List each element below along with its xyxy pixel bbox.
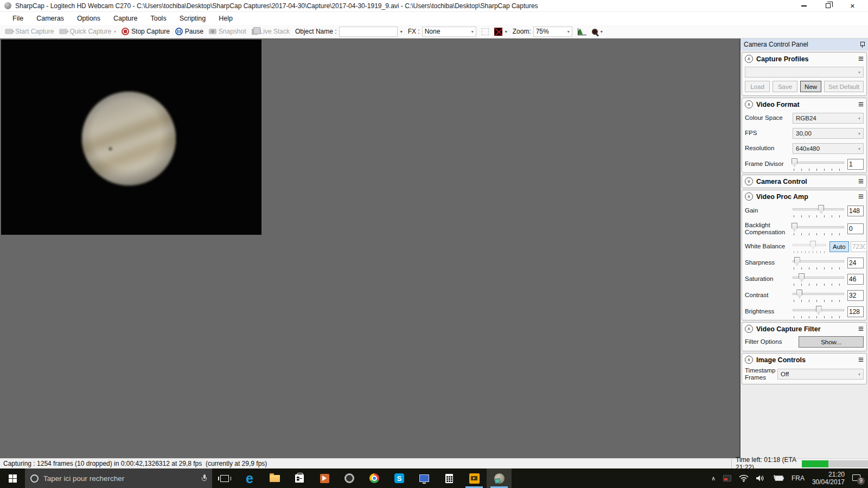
collapse-icon[interactable]: ∧ <box>745 100 753 108</box>
clock[interactable]: 21:20 30/04/2017 <box>812 471 845 486</box>
camera-control-header[interactable]: ∨ Camera Control ≡ <box>742 175 866 188</box>
slider-thumb[interactable] <box>810 241 816 249</box>
pause-button[interactable]: Pause <box>173 25 206 38</box>
histogram-button[interactable] <box>575 25 589 38</box>
slider-thumb[interactable] <box>818 205 824 214</box>
start-capture-button[interactable]: Start Capture <box>2 25 56 38</box>
microphone-icon[interactable] <box>202 474 207 483</box>
video-capture-filter-header[interactable]: ∧ Video Capture Filter ≡ <box>742 323 866 335</box>
saturation-slider[interactable] <box>793 272 844 286</box>
frame-divisor-slider[interactable] <box>793 157 844 171</box>
object-name-input[interactable] <box>339 27 398 37</box>
taskbar-video-app[interactable] <box>462 468 487 488</box>
hamburger-icon[interactable]: ≡ <box>858 101 864 108</box>
restore-button[interactable] <box>816 0 840 11</box>
load-button[interactable]: Load <box>745 81 770 92</box>
fx-combo[interactable]: None ▾ <box>422 27 476 37</box>
brightness-value[interactable] <box>847 306 864 317</box>
reticle-button[interactable]: ▾ <box>492 25 510 38</box>
saturation-value[interactable] <box>847 274 864 285</box>
taskbar-calculator[interactable] <box>437 468 462 488</box>
taskbar-store[interactable] <box>287 468 312 488</box>
white-balance-slider[interactable] <box>793 240 826 254</box>
gain-value[interactable] <box>847 206 864 216</box>
wifi-icon[interactable] <box>739 474 749 482</box>
live-stack-button[interactable]: Live Stack <box>249 25 292 38</box>
quick-capture-dropdown-icon[interactable]: ▾ <box>114 29 116 34</box>
colour-space-select[interactable]: RGB24 ▾ <box>793 113 864 124</box>
hamburger-icon[interactable]: ≡ <box>858 325 864 333</box>
task-view-button[interactable] <box>212 468 237 488</box>
taskbar-skype[interactable]: S <box>387 468 412 488</box>
timestamp-frames-select[interactable]: Off ▾ <box>777 369 864 380</box>
camera-preview[interactable] <box>1 40 261 235</box>
menu-scripting[interactable]: Scripting <box>174 13 212 24</box>
video-format-header[interactable]: ∧ Video Format ≡ <box>742 98 866 111</box>
taskbar-sharpcap[interactable] <box>487 468 512 488</box>
security-app-icon[interactable] <box>723 475 731 481</box>
slider-thumb[interactable] <box>816 306 822 314</box>
menu-file[interactable]: File <box>7 13 29 24</box>
menu-tools[interactable]: Tools <box>144 13 172 24</box>
stop-capture-button[interactable]: Stop Capture <box>119 25 173 38</box>
selection-area-button[interactable] <box>479 25 492 38</box>
taskbar-search[interactable]: Taper ici pour rechercher <box>25 468 212 488</box>
capture-profiles-header[interactable]: ∧ Capture Profiles ≡ <box>742 53 866 65</box>
fps-select[interactable]: 30,00 ▾ <box>793 128 864 139</box>
slider-thumb[interactable] <box>792 223 797 232</box>
collapse-icon[interactable]: ∧ <box>745 356 753 364</box>
video-proc-amp-header[interactable]: ∧ Video Proc Amp ≡ <box>742 190 866 203</box>
object-name-dropdown-icon[interactable]: ▾ <box>400 29 403 34</box>
hamburger-icon[interactable]: ≡ <box>858 356 864 364</box>
magnifier-button[interactable]: ▾ <box>589 25 605 38</box>
contrast-value[interactable] <box>847 290 864 301</box>
backlight-compensation-value[interactable] <box>847 223 864 234</box>
image-controls-header[interactable]: ∧ Image Controls ≡ <box>742 354 866 366</box>
reticle-dropdown-icon[interactable]: ▾ <box>505 29 507 34</box>
menu-options[interactable]: Options <box>71 13 106 24</box>
white-balance-value[interactable] <box>851 241 867 252</box>
slider-thumb[interactable] <box>799 273 805 282</box>
close-button[interactable]: × <box>840 0 865 11</box>
taskbar-webcam-app[interactable] <box>337 468 362 488</box>
action-center-button[interactable]: 9 <box>852 474 861 483</box>
tray-expand-icon[interactable]: ∧ <box>711 475 716 482</box>
brightness-slider[interactable] <box>793 305 844 319</box>
resolution-select[interactable]: 640x480 ▾ <box>793 143 864 154</box>
set-default-button[interactable]: Set Default <box>824 81 864 92</box>
taskbar-chrome[interactable] <box>362 468 387 488</box>
frame-divisor-value[interactable] <box>847 159 864 170</box>
zoom-combo[interactable]: 75% ▾ <box>533 27 572 37</box>
collapse-icon[interactable]: ∧ <box>745 192 753 201</box>
snapshot-button[interactable]: Snapshot <box>206 25 249 38</box>
taskbar-remote-pc[interactable] <box>412 468 437 488</box>
sharpness-slider[interactable] <box>793 256 844 270</box>
backlight-compensation-slider[interactable] <box>793 222 844 236</box>
contrast-slider[interactable] <box>793 288 844 303</box>
menu-help[interactable]: Help <box>213 13 239 24</box>
pin-icon[interactable] <box>860 41 865 48</box>
new-button[interactable]: New <box>800 81 821 92</box>
slider-thumb[interactable] <box>796 290 802 298</box>
sharpness-value[interactable] <box>847 258 864 268</box>
collapse-icon[interactable]: ∧ <box>745 55 753 63</box>
taskbar-edge[interactable]: e <box>237 468 262 488</box>
hamburger-icon[interactable]: ≡ <box>858 55 864 63</box>
taskbar-movies[interactable] <box>312 468 337 488</box>
collapse-icon[interactable]: ∧ <box>745 325 753 333</box>
white-balance-auto-button[interactable]: Auto <box>829 241 849 252</box>
minimize-button[interactable] <box>792 0 816 11</box>
show-filter-button[interactable]: Show... <box>799 336 864 348</box>
hamburger-icon[interactable]: ≡ <box>858 178 864 185</box>
volume-icon[interactable] <box>756 474 765 482</box>
gain-slider[interactable] <box>793 204 844 218</box>
expand-icon[interactable]: ∨ <box>745 177 753 185</box>
magnifier-dropdown-icon[interactable]: ▾ <box>601 29 603 34</box>
language-indicator[interactable]: FRA <box>792 474 805 482</box>
slider-thumb[interactable] <box>792 158 797 167</box>
start-button[interactable] <box>0 468 25 488</box>
profile-select[interactable]: ▾ <box>745 67 864 78</box>
taskbar-file-explorer[interactable] <box>262 468 287 488</box>
menu-cameras[interactable]: Cameras <box>30 13 70 24</box>
battery-icon[interactable] <box>773 475 784 481</box>
